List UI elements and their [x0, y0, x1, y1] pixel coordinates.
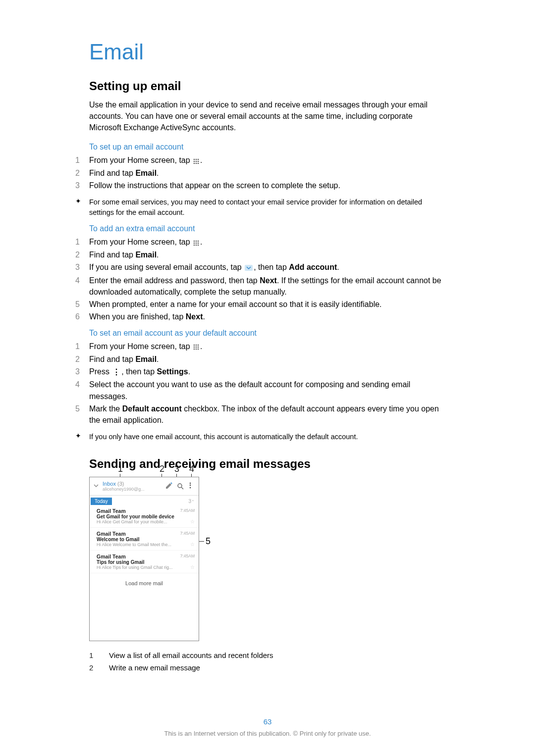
search-icon	[177, 483, 184, 491]
callout-1: 1	[118, 464, 123, 474]
step-number: 3	[75, 261, 89, 273]
text: Press	[89, 367, 111, 376]
step-number: 4	[75, 379, 89, 390]
text: Find and tap	[89, 251, 135, 259]
document-page: Email Setting up email Use the email app…	[0, 0, 535, 756]
section-heading-setup: Setting up email	[89, 79, 446, 93]
text: .	[203, 312, 205, 321]
text: .	[157, 169, 159, 177]
text: .	[188, 367, 190, 376]
callout-2: 2	[160, 464, 164, 474]
step-number: 3	[75, 366, 89, 377]
overflow-menu-icon: ⋮	[187, 481, 194, 489]
step-text: From your Home screen, tap .	[89, 154, 446, 166]
svg-point-8	[198, 162, 199, 164]
app-grid-icon	[192, 341, 200, 353]
svg-line-29	[181, 487, 183, 489]
step-number: 2	[75, 353, 89, 365]
svg-point-12	[194, 243, 195, 244]
account-dropdown-icon	[93, 482, 100, 490]
svg-rect-18	[245, 265, 253, 271]
text: If you are using several email accounts,…	[89, 263, 244, 271]
bold-text: Email	[135, 169, 157, 177]
legend-text: View a list of all email accounts and re…	[109, 651, 446, 659]
legend-number: 1	[89, 651, 109, 659]
text: Mark the	[89, 404, 122, 413]
step-text: Follow the instructions that appear on t…	[89, 180, 446, 191]
subheading-setup-account: To set up an email account	[89, 143, 446, 151]
bold-text: Email	[135, 355, 157, 363]
svg-point-9	[194, 241, 195, 242]
text: .	[157, 251, 159, 259]
tip-icon	[75, 197, 89, 205]
email-time: 7:45AM	[180, 554, 195, 558]
text: .	[200, 156, 202, 164]
email-preview: Hi Alice Get Gmail for your mobile...	[97, 519, 195, 524]
text: From your Home screen, tap	[89, 156, 192, 164]
svg-point-2	[198, 158, 199, 160]
text: .	[200, 342, 202, 351]
text: From your Home screen, tap	[89, 238, 192, 246]
text: , then tap	[121, 367, 157, 376]
email-message-item: Gmail Team Get Gmail for your mobile dev…	[90, 505, 199, 528]
svg-point-21	[198, 345, 199, 346]
legend-number: 2	[89, 663, 109, 672]
legend-row: 2 Write a new email message	[89, 663, 446, 672]
tip-text: For some email services, you may need to…	[89, 197, 446, 217]
phone-header: Inbox (3) alicehoney1990@g... ⋮	[90, 477, 199, 496]
step-number: 3	[75, 180, 89, 191]
svg-point-11	[198, 241, 199, 242]
step-number: 2	[75, 167, 89, 179]
step-text: Find and tap Email.	[89, 353, 446, 365]
text: .	[337, 263, 339, 271]
load-more: Load more mail	[90, 573, 199, 593]
subheading-add-account: To add an extra email account	[89, 224, 446, 233]
svg-point-20	[196, 345, 197, 346]
today-count: 3⌃	[188, 497, 195, 504]
tip-note: If you only have one email account, this…	[89, 432, 446, 442]
step-text: Find and tap Email.	[89, 167, 446, 179]
bold-text: Default account	[122, 404, 182, 413]
phone-mockup: Inbox (3) alicehoney1990@g... ⋮ Today 3⌃…	[89, 477, 199, 641]
steps-list: 1 From your Home screen, tap . 2 Find an…	[89, 154, 446, 192]
text: , then tap	[254, 263, 289, 271]
svg-point-13	[196, 243, 197, 244]
text: From your Home screen, tap	[89, 342, 192, 351]
step-number: 4	[75, 275, 89, 286]
phone-diagram: 1 2 3 4 5 Inbox (3) alicehoney1990@g... …	[89, 477, 228, 641]
svg-point-22	[194, 347, 195, 348]
star-icon: ☆	[190, 519, 195, 524]
page-title: Email	[89, 40, 446, 64]
footer-text: This is an Internet version of this publ…	[0, 730, 535, 737]
step-text: Select the account you want to use as th…	[89, 379, 446, 402]
inbox-count: (3)	[117, 481, 124, 487]
bold-text: Settings	[157, 367, 188, 376]
intro-paragraph: Use the email application in your device…	[89, 99, 446, 134]
bold-text: Next	[260, 276, 277, 285]
step-number: 1	[75, 341, 89, 352]
tip-note: For some email services, you may need to…	[89, 197, 446, 217]
callout-labels: 1 2 3 4	[89, 464, 228, 477]
svg-point-15	[194, 245, 195, 246]
svg-point-5	[198, 160, 199, 162]
svg-point-14	[198, 243, 199, 244]
svg-point-7	[196, 162, 197, 164]
text: .	[200, 238, 202, 246]
svg-point-1	[196, 158, 197, 160]
bold-text: Add account	[289, 263, 337, 271]
tip-icon	[75, 432, 89, 440]
page-footer: 63 This is an Internet version of this p…	[0, 717, 535, 737]
svg-point-28	[178, 484, 182, 488]
email-subject: Get Gmail for your mobile device	[97, 514, 195, 519]
today-pill: Today	[91, 498, 112, 505]
email-time: 7:45AM	[180, 531, 195, 536]
bold-text: Next	[186, 312, 203, 321]
svg-point-6	[194, 162, 195, 164]
step-text: From your Home screen, tap .	[89, 236, 446, 248]
step-number: 5	[75, 403, 89, 414]
step-number: 2	[75, 249, 89, 260]
steps-list: 1 From your Home screen, tap . 2 Find an…	[89, 236, 446, 323]
email-time: 7:45AM	[180, 508, 195, 513]
star-icon: ☆	[190, 542, 195, 547]
app-grid-icon	[192, 237, 200, 248]
